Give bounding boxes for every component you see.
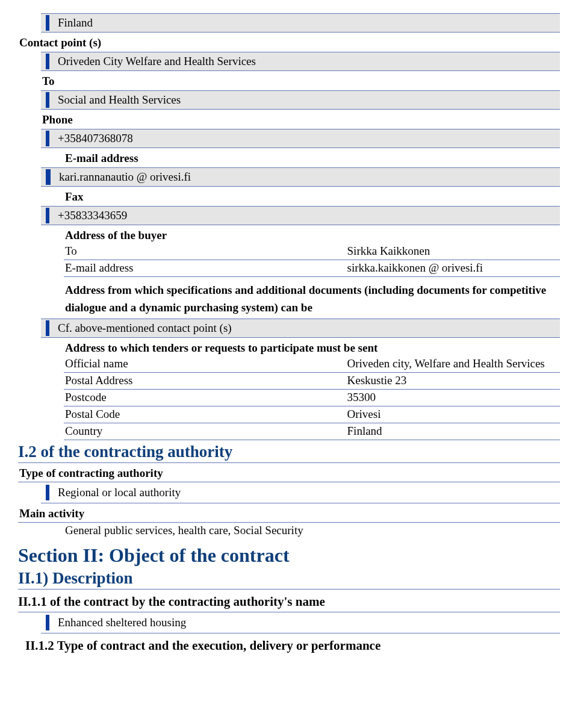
divider	[41, 633, 560, 633]
divider	[18, 589, 560, 590]
buyer-email-value: sirkka.kaikkonen @ orivesi.fi	[347, 261, 560, 275]
main-activity-label: Main activity	[18, 506, 560, 521]
official-name-value: Oriveden city, Welfare and Health Servic…	[347, 357, 560, 370]
fax-label: Fax	[64, 189, 560, 205]
fax-value: +35833343659	[58, 208, 560, 223]
left-bar	[46, 208, 49, 223]
section-ii-heading: Section II: Object of the contract	[18, 544, 560, 567]
left-bar	[46, 131, 49, 146]
country-label: Country	[65, 425, 347, 438]
type-authority-value: Regional or local authority	[58, 485, 560, 500]
email-label: E-mail address	[64, 151, 560, 166]
email-value: kari.rannanautio @ orivesi.fi	[59, 169, 560, 185]
spec-value: Cf. above-mentioned contact point (s)	[58, 320, 560, 336]
postal-address-label: Postal Address	[65, 374, 347, 387]
section-ii1-heading: II.1) Description	[18, 569, 560, 588]
contact-value: Oriveden City Welfare and Health Service…	[58, 54, 560, 69]
left-bar	[46, 485, 49, 500]
section-ii11-heading: II.1.1 of the contract by the contractin…	[18, 594, 560, 609]
to-label: To	[41, 73, 560, 89]
left-bar	[46, 320, 49, 336]
divider	[18, 612, 560, 612]
postcode-value: 35300	[347, 391, 560, 404]
left-bar	[46, 615, 49, 630]
contact-label: Contact point (s)	[18, 35, 560, 51]
buyer-email-label: E-mail address	[65, 261, 347, 275]
postal-address-row: Postal Address Keskustie 23	[64, 373, 560, 388]
postcode-label: Postcode	[65, 391, 347, 404]
phone-label: Phone	[41, 112, 560, 128]
postal-address-value: Keskustie 23	[347, 374, 560, 387]
divider	[64, 276, 560, 277]
divider	[18, 482, 560, 482]
phone-field: +358407368078	[41, 129, 560, 148]
divider	[41, 503, 560, 503]
type-authority-field: Regional or local authority	[41, 484, 560, 502]
postcode-row: Postcode 35300	[64, 390, 560, 405]
section-ii11-field: Enhanced sheltered housing	[41, 614, 560, 632]
postal-code-row: Postal Code Orivesi	[64, 406, 560, 422]
spec-field: Cf. above-mentioned contact point (s)	[41, 319, 560, 338]
type-authority-label: Type of contracting authority	[18, 465, 560, 481]
divider	[64, 440, 560, 440]
buyer-email-row: E-mail address sirkka.kaikkonen @ orives…	[64, 260, 560, 276]
section-ii11-value: Enhanced sheltered housing	[58, 615, 560, 630]
left-bar	[46, 15, 49, 31]
official-name-row: Official name Oriveden city, Welfare and…	[64, 356, 560, 372]
spec-heading: Address from which specifications and ad…	[64, 281, 558, 317]
to-field: Social and Health Services	[41, 90, 560, 110]
country-field: Finland	[41, 13, 560, 33]
section-ii12-heading: II.1.2 Type of contract and the executio…	[25, 638, 560, 653]
fax-field: +35833343659	[41, 206, 560, 225]
buyer-to-value: Sirkka Kaikkonen	[347, 244, 560, 258]
buyer-to-label: To	[65, 244, 347, 258]
phone-value: +358407368078	[58, 131, 560, 146]
contact-field: Oriveden City Welfare and Health Service…	[41, 52, 560, 71]
main-activity-value: General public services, health care, So…	[64, 523, 560, 538]
buyer-address-label: Address of the buyer	[64, 228, 560, 243]
send-heading: Address to which tenders or requests to …	[64, 340, 560, 356]
country-value: Finland	[58, 15, 560, 31]
to-value: Social and Health Services	[58, 92, 560, 108]
section-i2-heading: I.2 of the contracting authority	[18, 443, 560, 461]
left-bar	[46, 169, 51, 185]
divider	[18, 462, 560, 463]
left-bar	[46, 92, 49, 108]
country-row-value: Finland	[347, 425, 560, 438]
postal-code-label: Postal Code	[65, 408, 347, 421]
official-name-label: Official name	[65, 357, 347, 370]
buyer-to-row: To Sirkka Kaikkonen	[64, 243, 560, 259]
email-field: kari.rannanautio @ orivesi.fi	[41, 167, 560, 187]
left-bar	[46, 54, 49, 69]
country-row: Country Finland	[64, 423, 560, 439]
postal-code-value: Orivesi	[347, 408, 560, 421]
